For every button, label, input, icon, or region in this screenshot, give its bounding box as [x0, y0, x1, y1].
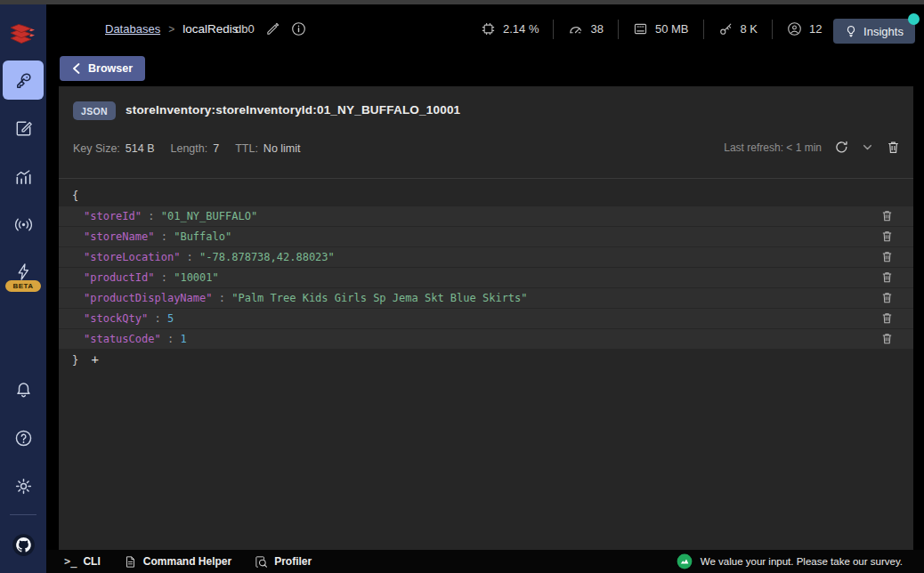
- json-key: "statusCode": [84, 333, 161, 345]
- connected-clients-icon: [787, 21, 802, 36]
- browser-back-button[interactable]: Browser: [60, 56, 145, 81]
- length-label: Length:: [170, 142, 207, 155]
- json-colon: :: [161, 271, 167, 284]
- ttl-label: TTL:: [235, 142, 258, 155]
- bottom-bar: >_ CLI Command Helper Profiler We value …: [46, 550, 924, 573]
- gauge-icon: [568, 21, 583, 36]
- breadcrumb-databases-link[interactable]: Databases: [105, 22, 160, 36]
- length-value: 7: [213, 142, 219, 155]
- json-row-statusCode[interactable]: "statusCode" : 1: [59, 329, 913, 349]
- db-index-group: db0: [235, 4, 306, 53]
- sidebar-item-analytics[interactable]: [0, 157, 46, 197]
- key-name[interactable]: storeInventory:storeInventoryId:01_NY_BU…: [126, 103, 460, 117]
- add-field-button[interactable]: +: [91, 352, 98, 367]
- json-colon: :: [154, 312, 160, 325]
- stat-commands: 38: [554, 21, 617, 36]
- sidebar-item-pubsub[interactable]: [0, 205, 46, 244]
- cli-button[interactable]: >_ CLI: [64, 555, 101, 568]
- refresh-area: Last refresh: < 1 min: [724, 140, 901, 155]
- command-helper-button[interactable]: Command Helper: [124, 555, 231, 569]
- gear-icon: [13, 476, 34, 496]
- json-row-productDisplayName[interactable]: "productDisplayName" : "Palm Tree Kids G…: [59, 288, 913, 308]
- panel-divider: [59, 178, 913, 179]
- json-colon: :: [167, 333, 174, 345]
- stat-memory-value: 50 MB: [655, 22, 689, 36]
- sidebar-item-browser[interactable]: [0, 61, 46, 100]
- json-row-stockQty[interactable]: "stockQty" : 5: [59, 309, 913, 328]
- terminal-prompt-icon: >_: [64, 555, 77, 568]
- stat-commands-value: 38: [590, 22, 603, 36]
- browser-back-label: Browser: [88, 62, 133, 75]
- row-trash-icon[interactable]: [880, 270, 894, 290]
- refresh-icon: [834, 140, 849, 155]
- row-trash-icon[interactable]: [880, 250, 894, 270]
- stat-keys-value: 8 K: [741, 22, 758, 36]
- survey-banner[interactable]: We value your input. Please take our sur…: [677, 550, 903, 573]
- insights-notification-dot: [908, 13, 920, 25]
- json-value: 1: [180, 333, 186, 345]
- db-index-label: db0: [235, 22, 255, 36]
- analytics-chart-icon: [13, 167, 34, 188]
- json-row-productId[interactable]: "productId" : "10001": [59, 268, 913, 287]
- sidebar-item-github[interactable]: [0, 525, 46, 564]
- stat-cpu-value: 2.14 %: [503, 22, 539, 36]
- delete-key-button[interactable]: [886, 140, 901, 155]
- row-trash-icon[interactable]: [880, 291, 894, 311]
- sidebar-item-workbench[interactable]: [0, 109, 46, 148]
- row-trash-icon[interactable]: [880, 209, 894, 229]
- lightbulb-icon: [845, 25, 857, 37]
- redis-logo[interactable]: [7, 19, 39, 49]
- json-row-storeId[interactable]: "storeId" : "01_NY_BUFFALO": [59, 206, 913, 226]
- last-refresh-text: Last refresh: < 1 min: [724, 141, 822, 154]
- json-close-brace: }: [72, 354, 78, 367]
- row-trash-icon[interactable]: [880, 332, 894, 351]
- key-meta-row: Key Size: 514 B Length: 7 TTL: No limit: [73, 142, 312, 155]
- breadcrumb-separator: >: [168, 23, 174, 36]
- json-value: "Palm Tree Kids Girls Sp Jema Skt Blue S…: [231, 292, 527, 304]
- beta-badge: BETA: [5, 280, 41, 292]
- db-stats-bar: 2.14 % 38 50 MB 8 K 12: [466, 4, 837, 53]
- cpu-icon: [481, 21, 496, 36]
- stat-cpu: 2.14 %: [466, 21, 553, 36]
- refresh-options-chevron[interactable]: [862, 141, 873, 153]
- sidebar-item-settings[interactable]: [0, 466, 46, 505]
- key-size-value: 514 B: [126, 142, 155, 155]
- sidebar-item-notifications[interactable]: [0, 370, 46, 409]
- key-size-label: Key Size:: [73, 142, 120, 155]
- row-trash-icon[interactable]: [880, 230, 894, 249]
- profiler-button[interactable]: Profiler: [255, 555, 312, 569]
- db-info-icon[interactable]: [291, 21, 306, 36]
- json-close-brace-line: } +: [59, 350, 913, 370]
- ttl-value[interactable]: No limit: [263, 142, 301, 155]
- chevron-left-icon: [72, 63, 80, 74]
- insights-button[interactable]: Insights: [833, 19, 915, 44]
- profiler-label: Profiler: [274, 555, 312, 568]
- key-details-panel: JSON storeInventory:storeInventoryId:01_…: [59, 86, 913, 550]
- key-icon: [13, 70, 34, 91]
- sidebar: BETA: [0, 4, 46, 573]
- survey-icon: [677, 553, 693, 569]
- json-open-brace[interactable]: {: [59, 186, 913, 206]
- redisinsight-window: Databases > localRedis db0 2.14 % 38 50 …: [0, 0, 924, 573]
- json-key: "storeId": [84, 210, 142, 222]
- stat-memory: 50 MB: [619, 21, 703, 36]
- edit-db-alias-icon[interactable]: [265, 21, 280, 36]
- json-viewer: { "storeId" : "01_NY_BUFFALO" "storeName…: [59, 186, 913, 370]
- refresh-button[interactable]: [834, 140, 849, 155]
- key-count-icon: [718, 21, 734, 36]
- json-value: "01_NY_BUFFALO": [161, 210, 257, 222]
- json-row-storeName[interactable]: "storeName" : "Buffalo": [59, 227, 913, 246]
- lightning-icon: [13, 262, 34, 282]
- sidebar-item-help[interactable]: [0, 418, 46, 457]
- github-icon: [12, 533, 36, 557]
- pubsub-broadcast-icon: [13, 214, 34, 235]
- json-colon: :: [161, 230, 167, 243]
- stat-clients-value: 12: [809, 22, 822, 36]
- bell-icon: [13, 380, 34, 400]
- breadcrumb: Databases > localRedis: [105, 4, 238, 53]
- workbench-edit-icon: [13, 118, 34, 139]
- breadcrumb-db-name: localRedis: [182, 22, 238, 36]
- sidebar-divider: [10, 514, 36, 515]
- row-trash-icon[interactable]: [880, 311, 894, 331]
- json-row-storeLocation[interactable]: "storeLocation" : "-78.878738,42.88023": [59, 247, 913, 267]
